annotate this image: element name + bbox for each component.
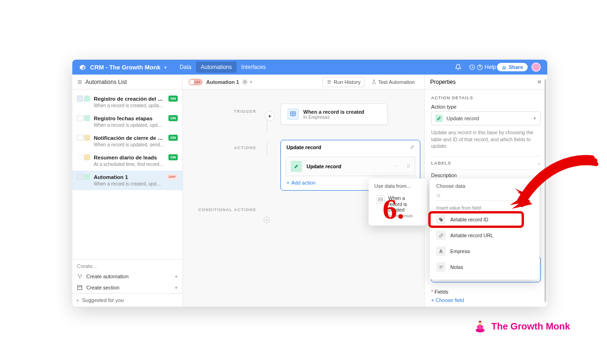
drag-handle-icon[interactable]: ⠿ (407, 164, 410, 169)
action-type-label: Action type (431, 104, 541, 110)
field-option-notas[interactable]: Notas (430, 259, 539, 275)
fields-label: Fields (431, 289, 541, 295)
add-conditional-button[interactable]: + (264, 217, 270, 223)
help-button[interactable]: Help (481, 62, 491, 72)
search-icon (436, 193, 441, 199)
base-title[interactable]: CRM - The Growth Monk (90, 64, 160, 71)
status-badge: ON (168, 154, 178, 160)
run-trigger-button[interactable] (265, 111, 275, 121)
scrollbar[interactable] (544, 79, 546, 302)
create-automation-button[interactable]: Create automation+ (72, 271, 182, 282)
link-icon (436, 231, 446, 240)
user-avatar[interactable] (531, 62, 541, 72)
app-logo-icon (79, 63, 86, 71)
base-menu-chevron-icon[interactable]: ▾ (164, 65, 167, 70)
app-window: CRM - The Growth Monk ▾ Data Automations… (72, 60, 547, 307)
automation-toggle[interactable]: OFF (188, 79, 202, 85)
test-automation-button[interactable]: Test Automation (368, 77, 419, 87)
expand-icon[interactable]: ⤢ (410, 144, 414, 150)
automation-settings-icon[interactable]: ⚙ (242, 79, 248, 85)
chevron-right-icon: ▸ (77, 298, 79, 302)
automation-item[interactable]: Registro fechas etapasWhen a record is u… (72, 112, 182, 131)
svg-point-2 (503, 66, 504, 68)
search-input[interactable] (435, 192, 534, 201)
brand-watermark: The Growth Monk (474, 320, 570, 333)
action-step[interactable]: Update record ⋯ ⠿ (286, 157, 415, 176)
automation-name[interactable]: Automation 1 (206, 79, 239, 85)
svg-rect-10 (378, 198, 382, 200)
svg-point-14 (477, 325, 483, 330)
plus-icon: + (175, 274, 178, 279)
pencil-icon (291, 161, 302, 172)
plus-icon: + (175, 285, 178, 290)
action-card-header: Update record ⤢ (281, 140, 420, 154)
canvas-header: OFF Automation 1 ⚙ ▾ Run History Test Au… (183, 75, 424, 89)
grid-plus-icon (287, 109, 299, 120)
automation-item[interactable]: Notificación de cierre de contratoWhen a… (72, 131, 182, 151)
share-button[interactable]: Share (497, 63, 528, 71)
trigger-title: When a record is created (303, 109, 364, 115)
annotation-number: 6. (383, 192, 405, 226)
svg-rect-8 (291, 112, 296, 116)
brand-icon (474, 320, 487, 333)
close-icon[interactable]: ✕ (537, 79, 542, 85)
flask-icon (371, 79, 377, 84)
top-bar: CRM - The Growth Monk ▾ Data Automations… (72, 60, 547, 75)
trigger-subtitle: In Empresas (303, 115, 364, 120)
caret-down-icon: ▼ (533, 117, 537, 121)
automation-item[interactable]: Resumen diario de leadsAt a scheduled ti… (72, 151, 182, 171)
status-badge: ON (168, 135, 178, 141)
sidebar: Automations List Registro de creación de… (72, 75, 183, 307)
list-icon (77, 79, 83, 85)
status-badge: ON (168, 96, 178, 102)
sidebar-heading: Automations List (72, 75, 182, 89)
nav-data[interactable]: Data (175, 62, 196, 73)
automations-list: Registro de creación del registroWhen a … (72, 89, 182, 259)
status-badge: ON (168, 115, 178, 121)
action-type-select[interactable]: Update record ▼ (431, 111, 541, 125)
trigger-section-label: TRIGGER (183, 103, 265, 114)
field-option-empresa[interactable]: A Empresa (430, 243, 539, 259)
conditional-section-label: CONDITIONAL ACTIONS (183, 202, 265, 212)
automation-icon (77, 274, 83, 279)
annotation-highlight-box (428, 211, 524, 228)
more-icon[interactable]: ⋯ (394, 164, 399, 170)
action-details-heading: ACTION DETAILS (431, 95, 541, 100)
actions-section-label: ACTIONS (183, 140, 265, 150)
choose-field-button[interactable]: + Choose field (431, 297, 541, 303)
svg-rect-7 (78, 286, 82, 290)
history-icon[interactable] (467, 62, 477, 72)
chevron-down-icon: ⌄ (537, 160, 541, 165)
choose-data-popover: Choose data Insert value from field Airt… (430, 179, 539, 280)
status-badge: OFF (167, 174, 178, 180)
suggested-for-you[interactable]: ▸ Suggested for you (72, 293, 182, 307)
nav-automations[interactable]: Automations (196, 62, 237, 73)
create-section-button[interactable]: Create section+ (72, 282, 182, 293)
paragraph-icon (436, 262, 446, 272)
nav-interfaces[interactable]: Interfaces (237, 62, 271, 73)
run-history-button[interactable]: Run History (322, 77, 364, 87)
popover-heading: Choose data (430, 183, 539, 192)
svg-point-4 (78, 275, 79, 275)
labels-section[interactable]: LABELS ⌄ (431, 156, 541, 170)
sidebar-footer: Create... Create automation+ Create sect… (72, 259, 182, 307)
field-group-label: Insert value from field (430, 204, 539, 212)
action-help-text: Update any record in this base by choosi… (431, 129, 541, 150)
field-option-record-url[interactable]: Airtable record URL (430, 227, 539, 243)
text-icon: A (436, 247, 446, 256)
create-heading: Create... (72, 260, 182, 271)
automation-item[interactable]: Registro de creación del registroWhen a … (72, 92, 182, 112)
list-icon (327, 79, 332, 84)
trigger-card[interactable]: When a record is createdIn Empresas (280, 103, 388, 125)
properties-header: Properties ✕ (425, 75, 547, 89)
svg-rect-16 (479, 321, 481, 323)
chevron-down-icon[interactable]: ▾ (250, 80, 252, 84)
brand-name: The Growth Monk (491, 321, 570, 332)
automation-item-selected[interactable]: Automation 1When a record is created, up… (72, 171, 182, 190)
svg-point-5 (81, 275, 82, 275)
popover-heading: Use data from... (374, 183, 421, 189)
svg-point-11 (437, 194, 440, 197)
svg-point-15 (479, 322, 482, 325)
pencil-icon (435, 115, 443, 122)
notifications-icon[interactable] (453, 62, 463, 72)
